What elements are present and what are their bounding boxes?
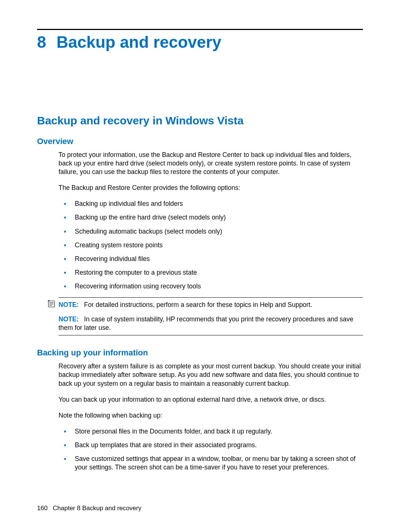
- backing-up-para-3: Note the following when backing up:: [59, 411, 363, 420]
- page-footer: 160 Chapter 8 Backup and recovery: [37, 505, 141, 512]
- list-item: Recovering information using recovery to…: [59, 282, 363, 291]
- footer-chapter-ref: Chapter 8 Backup and recovery: [53, 505, 141, 512]
- list-item: Backing up the entire hard drive (select…: [59, 213, 363, 222]
- page-number: 160: [37, 505, 47, 512]
- top-rule: [37, 29, 363, 30]
- list-item: Recovering individual files: [59, 255, 363, 263]
- list-item: Backing up individual files and folders: [59, 200, 363, 208]
- chapter-title: Backup and recovery: [56, 33, 221, 51]
- overview-heading: Overview: [37, 137, 363, 146]
- backing-up-body: Recovery after a system failure is as co…: [59, 362, 363, 472]
- backing-up-heading: Backing up your information: [37, 348, 363, 358]
- list-item: Scheduling automatic backups (select mod…: [59, 227, 363, 236]
- backing-up-bullets: Store personal files in the Documents fo…: [59, 427, 363, 472]
- list-item: Store personal files in the Documents fo…: [59, 427, 363, 436]
- section-title: Backup and recovery in Windows Vista: [37, 114, 363, 127]
- list-item: Back up templates that are stored in the…: [59, 441, 363, 449]
- chapter-number: 8: [37, 33, 46, 51]
- overview-bullets: Backing up individual files and folders …: [59, 200, 363, 291]
- overview-para-1: To protect your information, use the Bac…: [59, 151, 363, 176]
- chapter-heading: 8 Backup and recovery: [37, 33, 363, 51]
- note-label: NOTE:: [59, 315, 79, 323]
- note-2: NOTE: In case of system instability, HP …: [59, 315, 363, 332]
- note-text: For detailed instructions, perform a sea…: [84, 301, 312, 308]
- backing-up-para-1: Recovery after a system failure is as co…: [59, 362, 363, 388]
- overview-body: To protect your information, use the Bac…: [59, 151, 363, 335]
- note-1: NOTE: For detailed instructions, perform…: [59, 301, 363, 309]
- backing-up-para-2: You can back up your information to an o…: [59, 395, 363, 404]
- overview-para-2: The Backup and Restore Center provides t…: [59, 184, 363, 192]
- note-box: NOTE: For detailed instructions, perform…: [59, 297, 363, 335]
- list-item: Save customized settings that appear in …: [59, 455, 363, 472]
- note-text: In case of system instability, HP recomm…: [59, 315, 353, 331]
- note-icon: [47, 300, 56, 308]
- note-label: NOTE:: [59, 301, 79, 308]
- list-item: Creating system restore points: [59, 241, 363, 250]
- list-item: Restoring the computer to a previous sta…: [59, 268, 363, 277]
